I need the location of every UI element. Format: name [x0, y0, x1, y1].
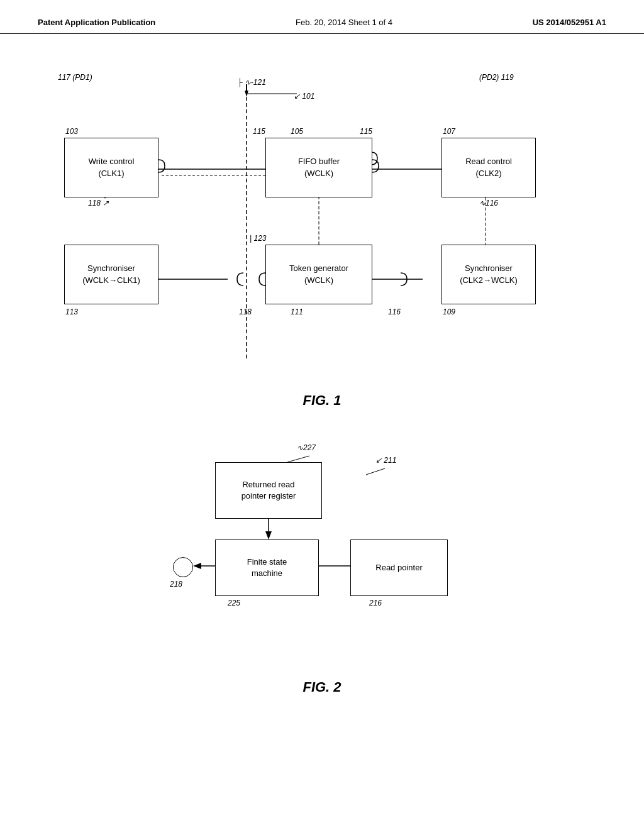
page: Patent Application Publication Feb. 20, …	[0, 0, 644, 830]
label-118a: 118 ↗	[88, 199, 109, 208]
label-121: ├ ∿-121	[237, 78, 266, 87]
svg-line-26	[287, 456, 309, 462]
label-227: ∿227	[297, 443, 316, 452]
label-123: | 123	[250, 234, 266, 243]
label-pd2: (PD2) 119	[479, 73, 514, 82]
read-pointer-box: Read pointer	[350, 540, 448, 596]
label-105: 105	[291, 127, 303, 136]
header-center: Feb. 20, 2014 Sheet 1 of 4	[296, 18, 392, 27]
fig1-diagram: 117 (PD1) (PD2) 119 ├ ∿-121 ↙ 101 115 11…	[52, 59, 592, 386]
fig2-title: FIG. 2	[38, 679, 606, 695]
sync-wclk-clk1-box: Synchroniser(WCLK→CLK1)	[64, 245, 158, 304]
label-109: 109	[443, 307, 455, 316]
label-211: ↙ 211	[375, 456, 396, 465]
read-control-box: Read control(CLK2)	[441, 138, 536, 197]
header-left: Patent Application Publication	[38, 18, 155, 27]
circle-218	[173, 557, 193, 577]
fifo-buffer-box: FIFO buffer(WCLK)	[265, 138, 372, 197]
diagrams-area: 117 (PD1) (PD2) 119 ├ ∿-121 ↙ 101 115 11…	[0, 34, 644, 714]
label-107: 107	[443, 127, 455, 136]
sync-clk2-wclk-box: Synchroniser(CLK2→WCLK)	[441, 245, 536, 304]
svg-marker-25	[193, 563, 201, 569]
label-118b: 118	[239, 307, 252, 316]
token-gen-box: Token generator(WCLK)	[265, 245, 372, 304]
fig2-diagram: ∿227 ↙ 211 Returned readpointer register…	[165, 421, 479, 673]
label-pd1: 117 (PD1)	[58, 73, 92, 82]
fig1-title: FIG. 1	[38, 392, 606, 409]
label-101: ↙ 101	[294, 92, 314, 101]
returned-read-ptr-box: Returned readpointer register	[215, 462, 322, 519]
header-right: US 2014/052951 A1	[533, 18, 606, 27]
label-116a: ∿116	[479, 199, 498, 208]
label-216: 216	[369, 599, 382, 607]
label-116b: 116	[388, 307, 401, 316]
label-218: 218	[170, 580, 182, 589]
svg-line-27	[366, 468, 385, 475]
label-115b: 115	[360, 127, 372, 136]
write-control-box: Write control(CLK1)	[64, 138, 158, 197]
svg-marker-21	[265, 531, 272, 540]
label-113: 113	[65, 307, 78, 316]
page-header: Patent Application Publication Feb. 20, …	[0, 0, 644, 34]
label-111: 111	[291, 307, 303, 316]
label-103: 103	[65, 127, 78, 136]
label-115a: 115	[253, 127, 265, 136]
label-225: 225	[228, 599, 240, 607]
fsm-box: Finite statemachine	[215, 540, 319, 596]
svg-marker-18	[245, 91, 248, 97]
